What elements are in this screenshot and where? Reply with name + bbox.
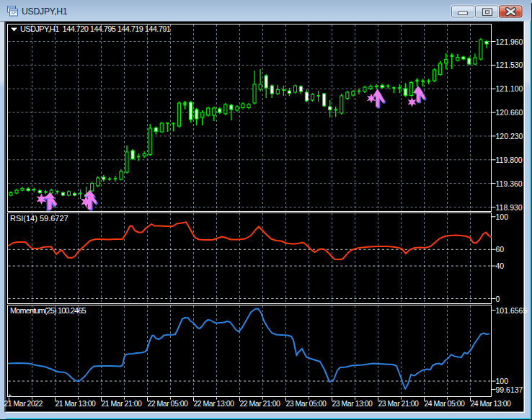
svg-text:120.230: 120.230 bbox=[496, 132, 523, 140]
svg-text:24 Mar 05:00: 24 Mar 05:00 bbox=[425, 399, 466, 408]
svg-text:21 Mar 21:00: 21 Mar 21:00 bbox=[102, 399, 143, 408]
svg-text:USDJPY,H1: USDJPY,H1 bbox=[22, 6, 68, 17]
svg-text:120.660: 120.660 bbox=[496, 108, 523, 117]
svg-text:40: 40 bbox=[496, 262, 505, 270]
svg-text:22 Mar 13:00: 22 Mar 13:00 bbox=[194, 399, 235, 408]
svg-text:121.100: 121.100 bbox=[496, 84, 523, 93]
svg-text:121.530: 121.530 bbox=[496, 61, 523, 69]
svg-text:100: 100 bbox=[496, 213, 509, 221]
svg-text:99.6137: 99.6137 bbox=[496, 385, 523, 394]
svg-text:RSI(14) 59.6727: RSI(14) 59.6727 bbox=[10, 214, 68, 223]
svg-text:60: 60 bbox=[496, 245, 505, 254]
svg-text:23 Mar 21:00: 23 Mar 21:00 bbox=[378, 399, 420, 408]
svg-text:118.930: 118.930 bbox=[496, 203, 523, 212]
svg-text:121.960: 121.960 bbox=[496, 37, 523, 46]
svg-text:119.800: 119.800 bbox=[496, 156, 523, 164]
svg-text:23 Mar 05:00: 23 Mar 05:00 bbox=[286, 399, 327, 408]
svg-text:22 Mar 05:00: 22 Mar 05:00 bbox=[148, 399, 189, 408]
svg-text:119.360: 119.360 bbox=[496, 179, 523, 188]
svg-text:USDJPY,H1 144.720 144.795 144: USDJPY,H1 144.720 144.795 144.719 144.79… bbox=[20, 24, 171, 33]
svg-text:23 Mar 13:00: 23 Mar 13:00 bbox=[332, 399, 373, 408]
svg-text:21 Mar 2022: 21 Mar 2022 bbox=[4, 399, 43, 408]
svg-text:21 Mar 13:00: 21 Mar 13:00 bbox=[56, 399, 97, 408]
svg-text:24 Mar 13:00: 24 Mar 13:00 bbox=[471, 399, 512, 408]
svg-text:0: 0 bbox=[496, 295, 500, 303]
svg-text:22 Mar 21:00: 22 Mar 21:00 bbox=[240, 399, 281, 408]
svg-text:100: 100 bbox=[496, 377, 509, 385]
svg-text:101.6565: 101.6565 bbox=[496, 306, 528, 315]
svg-text:Momentum(25) 100.2465: Momentum(25) 100.2465 bbox=[10, 306, 86, 315]
